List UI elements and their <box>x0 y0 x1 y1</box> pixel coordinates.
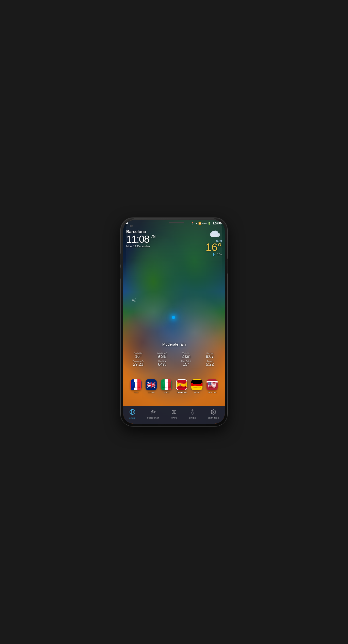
weather-condition: Moderate rain <box>123 342 225 346</box>
city-label-berlin: Berlin <box>194 391 199 393</box>
cloud-svg <box>209 229 222 238</box>
wind-value: 9 SE <box>150 354 174 359</box>
sunset-value: 5:22 <box>198 362 222 367</box>
dew-point-value: 15° <box>174 362 198 367</box>
dew-point-block: Dew Point 15° <box>174 360 198 367</box>
nav-item-home[interactable]: HOME <box>129 409 136 419</box>
pressure-block: Pressure (") 29.23 <box>126 360 150 367</box>
date-display: Mon, 11 December <box>126 245 155 248</box>
visibility-value: 2 km <box>174 354 198 359</box>
city-label-new-york: New York <box>208 391 216 393</box>
dew-point-label: Dew Point <box>174 360 198 362</box>
visibility-block: Visibility 2 km <box>174 352 198 359</box>
city-item-barcelona[interactable]: 🇪🇸Barcelona <box>174 379 189 393</box>
nav-item-cities[interactable]: CITIES <box>189 409 196 419</box>
nav-icon-home <box>129 409 135 416</box>
svg-point-2 <box>134 301 135 302</box>
status-bar: 🖼 📍 ▲ 📶 89% 🔋 2:08 PM <box>123 220 225 226</box>
nav-icon-forecast <box>150 409 156 416</box>
weather-header: Barcelona 11:08 AM Mon, 11 December <box>123 227 225 258</box>
city-item-paris[interactable]: 🇫🇷Paris <box>128 379 144 393</box>
time-minutes: 08 <box>139 234 149 245</box>
nav-label-forecast: FORECAST <box>147 417 160 419</box>
nav-item-maps[interactable]: MAPS <box>171 409 177 419</box>
location-marker <box>172 316 175 319</box>
location-status-icon: 📍 <box>191 222 194 225</box>
cities-strip: 🇫🇷Paris🇬🇧London🇮🇹Rome🇪🇸Barcelona🇩🇪Berlin… <box>123 377 225 395</box>
volume-down-button[interactable] <box>120 267 121 279</box>
time-ampm: AM <box>151 235 155 238</box>
nav-label-home: HOME <box>129 417 136 419</box>
pressure-label: Pressure (") <box>126 360 150 362</box>
battery-icon: 🔋 <box>208 222 211 225</box>
city-flag-fr: 🇫🇷 <box>130 379 141 390</box>
pressure-value: 29.23 <box>126 362 150 367</box>
weather-icon-block <box>205 229 222 242</box>
svg-point-9 <box>212 231 216 235</box>
wind-block: Wind (m/s) 9 SE <box>150 352 174 359</box>
power-button[interactable] <box>227 258 228 274</box>
svg-point-17 <box>213 411 214 413</box>
city-label-london: London <box>148 391 155 393</box>
humidity-label: Humidity <box>150 360 174 362</box>
city-flag-gb: 🇬🇧 <box>146 379 157 390</box>
feels-like-block: Feels like 16° <box>126 352 150 359</box>
svg-line-3 <box>133 300 134 301</box>
city-item-new-york[interactable]: 🇺🇸New York <box>204 379 220 393</box>
nav-icon-settings <box>211 409 216 416</box>
temperature-main: 16° <box>205 242 222 253</box>
speaker <box>169 222 184 223</box>
city-flag-it: 🇮🇹 <box>161 379 172 390</box>
svg-point-1 <box>132 299 133 301</box>
volume-up-button[interactable] <box>120 253 121 265</box>
city-flag-es: 🇪🇸 <box>176 379 187 390</box>
share-icon[interactable] <box>131 298 136 303</box>
status-time: 2:08 PM <box>213 222 222 225</box>
city-item-rome[interactable]: 🇮🇹Rome <box>159 379 174 393</box>
battery-percent: 89% <box>202 222 207 225</box>
nav-label-maps: MAPS <box>171 417 177 419</box>
sunrise-label: Sunrise <box>198 352 222 354</box>
svg-line-4 <box>133 299 134 300</box>
city-label-barcelona: Barcelona <box>177 391 187 393</box>
nav-item-settings[interactable]: SETTINGS <box>208 409 219 419</box>
sunset-label: Sunset <box>198 360 222 362</box>
wifi-icon: ▲ <box>195 222 197 225</box>
status-icons: 📍 ▲ 📶 89% 🔋 2:08 PM <box>191 222 222 225</box>
city-label-paris: Paris <box>134 391 138 393</box>
visibility-label: Visibility <box>174 352 198 354</box>
city-label-rome: Rome <box>164 391 169 393</box>
nav-icon-maps <box>171 409 177 416</box>
feels-like-value: 16° <box>126 354 150 359</box>
humidity-block: Humidity 64% <box>150 360 174 367</box>
gallery-icon: 🖼 <box>126 221 128 224</box>
svg-point-16 <box>192 410 193 412</box>
city-item-london[interactable]: 🇬🇧London <box>144 379 159 393</box>
city-time-block: Barcelona 11:08 AM Mon, 11 December <box>126 229 155 248</box>
sunrise-block: Sunrise 8:07 <box>198 352 222 359</box>
weather-temp-block: 16° 💧 70% <box>205 229 222 256</box>
humidity-value-top: 70% <box>216 253 222 256</box>
cloud-rain-icon <box>209 229 222 239</box>
nav-item-forecast[interactable]: FORECAST <box>147 409 160 419</box>
feels-like-label: Feels like <box>126 352 150 354</box>
humidity-value: 64% <box>150 362 174 367</box>
camera <box>130 225 132 227</box>
time-display: 11:08 AM <box>126 234 155 244</box>
sunrise-value: 8:07 <box>198 354 222 359</box>
svg-point-13 <box>152 410 154 412</box>
wind-label: Wind (m/s) <box>150 352 174 354</box>
city-flag-de: 🇩🇪 <box>191 379 202 390</box>
phone-device: 🖼 📍 ▲ 📶 89% 🔋 2:08 PM Barcel <box>121 218 227 426</box>
nav-label-cities: CITIES <box>189 417 196 419</box>
bottom-navigation: HOMEFORECASTMAPSCITIESSETTINGS <box>123 406 225 424</box>
signal-icon: 📶 <box>198 222 201 225</box>
time-hour: 11 <box>126 234 137 245</box>
svg-point-0 <box>134 298 135 299</box>
city-item-berlin[interactable]: 🇩🇪Berlin <box>189 379 204 393</box>
phone-screen: 🖼 📍 ▲ 📶 89% 🔋 2:08 PM Barcel <box>123 220 225 424</box>
weather-details-grid: Feels like 16° Wind (m/s) 9 SE Visibilit… <box>123 352 225 367</box>
nav-label-settings: SETTINGS <box>208 417 219 419</box>
sunset-block: Sunset 5:22 <box>198 360 222 367</box>
city-flag-us: 🇺🇸 <box>207 379 218 390</box>
